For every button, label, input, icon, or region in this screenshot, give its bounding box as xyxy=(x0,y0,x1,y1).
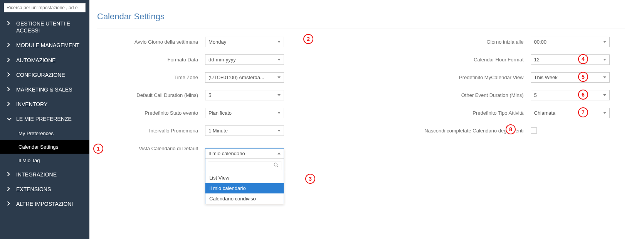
chevron-right-icon xyxy=(7,42,12,49)
label-event-status: Predefinito Stato evento xyxy=(97,110,205,116)
label-activity-type: Predefinito Tipo Attività xyxy=(369,110,531,116)
nav-inventory[interactable]: INVENTORY xyxy=(0,97,89,112)
nav-calendar-settings[interactable]: Calendar Settings xyxy=(0,140,89,154)
divider xyxy=(97,172,625,172)
nav-integrazione[interactable]: INTEGRAZIONE xyxy=(0,167,89,182)
checkbox-hide-completed[interactable] xyxy=(531,127,537,134)
nav-my-preferences[interactable]: My Preferences xyxy=(0,127,89,140)
divider xyxy=(97,29,625,29)
select-day-start[interactable]: 00:00 xyxy=(531,37,610,47)
label-timezone: Time Zone xyxy=(97,75,205,80)
nav-label: INVENTORY xyxy=(16,101,47,108)
dropdown-current-value[interactable]: Il mio calendario xyxy=(205,149,284,159)
label-reminder-interval: Intervallo Promemoria xyxy=(97,128,205,134)
chevron-right-icon xyxy=(7,171,12,178)
chevron-right-icon xyxy=(7,20,12,27)
select-value: 00:00 xyxy=(534,39,547,45)
caret-down-icon xyxy=(603,94,606,96)
select-hour-format[interactable]: 12 xyxy=(531,54,610,65)
nav-label: GESTIONE UTENTI E ACCESSI xyxy=(16,20,84,34)
nav-extensions[interactable]: EXTENSIONS xyxy=(0,182,89,197)
dropdown-option-shared-calendar[interactable]: Calendario condiviso xyxy=(205,193,284,204)
nav-le-mie-preferenze[interactable]: LE MIE PREFERENZE xyxy=(0,112,89,126)
sidebar: GESTIONE UTENTI E ACCESSI MODULE MANAGEM… xyxy=(0,0,89,239)
label-other-event-duration: Other Event Duration (Mins) xyxy=(369,92,531,98)
select-value: Monday xyxy=(209,39,226,45)
caret-down-icon xyxy=(603,59,606,61)
select-value: 5 xyxy=(534,92,537,98)
dropdown-option-my-calendar[interactable]: Il mio calendario xyxy=(205,183,284,193)
label-call-duration: Default Call Duration (Mins) xyxy=(97,92,205,98)
option-label: List View xyxy=(209,175,229,181)
caret-down-icon xyxy=(277,76,281,78)
select-value: 5 xyxy=(209,92,211,98)
chevron-right-icon xyxy=(7,200,12,207)
caret-down-icon xyxy=(277,59,281,61)
main-content: Calendar Settings Avvio Giorno della set… xyxy=(89,0,644,239)
select-activity-type[interactable]: Chiamata xyxy=(531,108,610,118)
svg-point-0 xyxy=(274,163,277,166)
caret-down-icon xyxy=(277,112,281,114)
nav-marketing-sales[interactable]: MARKETING & SALES xyxy=(0,82,89,97)
dropdown-search-input[interactable] xyxy=(210,163,274,168)
label-default-calendar-view: Vista Calendario di Default xyxy=(97,146,205,151)
select-date-format[interactable]: dd-mm-yyyy xyxy=(205,54,284,65)
annotation-6: 6 xyxy=(578,90,588,100)
caret-down-icon xyxy=(603,76,606,78)
label-mycalendar-view: Predefinito MyCalendar View xyxy=(369,75,531,80)
chevron-right-icon xyxy=(7,101,12,108)
annotation-4: 4 xyxy=(578,54,588,64)
nav-label: MODULE MANAGEMENT xyxy=(16,42,79,49)
option-label: Calendario condiviso xyxy=(209,196,256,202)
select-value: Chiamata xyxy=(534,110,556,116)
dropdown-panel: Il mio calendario xyxy=(205,148,284,204)
annotation-2: 2 xyxy=(303,34,313,44)
nav-sub-label: Calendar Settings xyxy=(18,144,58,150)
select-value: Pianificato xyxy=(209,110,232,116)
nav-module-management[interactable]: MODULE MANAGEMENT xyxy=(0,38,89,53)
chevron-right-icon xyxy=(7,71,12,78)
dropdown-search[interactable] xyxy=(208,161,281,170)
caret-down-icon xyxy=(277,130,281,132)
select-reminder-interval[interactable]: 1 Minute xyxy=(205,125,284,136)
svg-line-1 xyxy=(277,166,279,168)
chevron-down-icon xyxy=(7,115,12,122)
select-week-start[interactable]: Monday xyxy=(205,37,284,47)
nav-il-mio-tag[interactable]: Il Mio Tag xyxy=(0,154,89,167)
select-event-status[interactable]: Pianificato xyxy=(205,108,284,118)
chevron-right-icon xyxy=(7,57,12,64)
nav-altre-impostazioni[interactable]: ALTRE IMPOSTAZIONI xyxy=(0,197,89,211)
nav-label: MARKETING & SALES xyxy=(16,86,72,93)
select-value: This Week xyxy=(534,75,558,80)
nav-configurazione[interactable]: CONFIGURAZIONE xyxy=(0,68,89,82)
label-day-start: Giorno inizia alle xyxy=(369,39,531,45)
nav-sub-label: My Preferences xyxy=(18,131,54,136)
caret-down-icon xyxy=(277,41,281,43)
annotation-7: 7 xyxy=(578,107,588,117)
nav-automazione[interactable]: AUTOMAZIONE xyxy=(0,53,89,68)
select-mycalendar-view[interactable]: This Week xyxy=(531,72,610,83)
caret-down-icon xyxy=(277,94,281,96)
nav-gestione-utenti[interactable]: GESTIONE UTENTI E ACCESSI xyxy=(0,16,89,38)
label-week-start: Avvio Giorno della settimana xyxy=(97,39,205,45)
option-label: Il mio calendario xyxy=(209,185,246,191)
label-date-format: Formato Data xyxy=(97,57,205,63)
dropdown-option-list-view[interactable]: List View xyxy=(205,173,284,183)
annotation-8: 8 xyxy=(506,124,516,134)
select-value: (UTC+01:00) Amsterda... xyxy=(209,75,264,80)
nav-label: EXTENSIONS xyxy=(16,186,51,193)
page-title: Calendar Settings xyxy=(97,12,625,22)
select-value: Il mio calendario xyxy=(209,151,245,156)
select-value: 12 xyxy=(534,57,540,63)
nav-label: AUTOMAZIONE xyxy=(16,57,55,64)
caret-up-icon xyxy=(277,153,281,154)
select-call-duration[interactable]: 5 xyxy=(205,90,284,100)
settings-search-input[interactable] xyxy=(4,3,86,12)
search-icon xyxy=(274,163,279,169)
nav-label: ALTRE IMPOSTAZIONI xyxy=(16,200,73,207)
select-value: dd-mm-yyyy xyxy=(209,57,236,63)
select-timezone[interactable]: (UTC+01:00) Amsterda... xyxy=(205,72,284,83)
annotation-5: 5 xyxy=(578,72,588,82)
select-value: 1 Minute xyxy=(209,128,228,134)
select-other-event-duration[interactable]: 5 xyxy=(531,90,610,100)
